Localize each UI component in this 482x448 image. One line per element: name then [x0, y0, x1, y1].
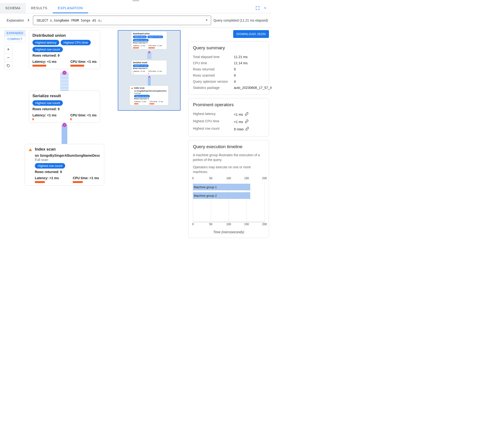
execution-timeline-panel: Query execution timeline A machine group…	[188, 140, 269, 238]
link-icon	[245, 112, 249, 117]
plan-node-index-scan[interactable]: Index scan on SongsBySingerAlbumSongName…	[25, 144, 104, 186]
tab-bar: SCHEMA RESULTS EXPLANATION	[0, 3, 271, 13]
prominent-row: Highest row count9 rows	[193, 125, 264, 133]
prominent-row: Highest latency<1 ms	[193, 111, 264, 118]
query-text: SELECT s.SongName FROM Songs AS s;	[37, 18, 102, 22]
timeline-bar[interactable]: Machine group 2	[193, 192, 250, 199]
tab-explanation[interactable]: EXPLANATION	[53, 3, 88, 13]
query-row: Explanation SELECT s.SongName FROM Songs…	[0, 13, 271, 28]
node-subtitle: on SongsBySingerAlbumSongNameDesc	[35, 154, 101, 157]
collapse-toggle-icon[interactable]	[62, 123, 67, 127]
chip-highest-latency: Highest latency	[32, 40, 59, 45]
node-title: Distributed union	[32, 33, 96, 38]
node-title: Serialize result	[32, 94, 96, 98]
zoom-out-button[interactable]	[5, 53, 12, 61]
node-note: Full scan	[35, 158, 101, 162]
summary-row: Statistics packageauto_20230608_17_57_46…	[193, 85, 264, 91]
summary-row: Rows scanned9	[193, 72, 264, 79]
chip-highest-rows: Highest row count	[32, 100, 63, 106]
panel-title: Query execution timeline	[193, 144, 264, 149]
chevron-right-icon	[26, 18, 31, 23]
prominent-row: Highest CPU time<1 ms	[193, 118, 264, 125]
query-summary-panel: Query summary Total elapsed time11.21 ms…	[188, 41, 269, 95]
query-select[interactable]: SELECT s.SongName FROM Songs AS s;	[33, 16, 211, 25]
dropdown-arrow-icon	[204, 18, 209, 23]
operator-link[interactable]: 9 rows	[234, 127, 264, 132]
warning-icon	[28, 147, 32, 152]
panel-drag-handle[interactable]	[0, 0, 271, 3]
download-json-button[interactable]: DOWNLOAD JSON	[233, 30, 269, 38]
summary-row: Total elapsed time11.21 ms	[193, 54, 264, 60]
rows-returned: Rows returned: 9	[32, 54, 96, 57]
cpu-label: CPU time: <1 ms	[73, 176, 101, 180]
plan-node-distributed-union[interactable]: Distributed union Highest latency Highes…	[29, 30, 100, 69]
summary-row: CPU time11.14 ms	[193, 60, 264, 66]
latency-label: Latency: <1 ms	[35, 176, 63, 180]
fullscreen-icon[interactable]	[254, 4, 261, 12]
operator-link[interactable]: <1 ms	[234, 112, 264, 117]
rows-returned: Rows returned: 9	[35, 170, 101, 174]
view-controls: EXPANDED COMPACT	[4, 30, 26, 70]
zoom-reset-button[interactable]	[5, 61, 12, 69]
cpu-label: CPU time: <1 ms	[70, 113, 99, 117]
query-plan-canvas[interactable]: Distributed union Highest latency Highes…	[29, 30, 185, 232]
view-compact-button[interactable]: COMPACT	[5, 36, 25, 42]
node-chips: Highest latency Highest CPU time Highest…	[32, 40, 96, 52]
cpu-label: CPU time: <1 ms	[70, 60, 99, 64]
view-expanded-button[interactable]: EXPANDED	[5, 30, 25, 36]
timeline-description: A machine group illustrates the executio…	[193, 153, 264, 162]
chip-highest-cpu: Highest CPU time	[61, 40, 91, 45]
panel-title: Prominent operators	[193, 102, 264, 107]
x-axis-label: Time (microseconds)	[193, 230, 264, 234]
timeline-bar[interactable]: Machine group 1	[193, 184, 250, 190]
rows-returned: Rows returned: 9	[32, 107, 96, 111]
tab-results[interactable]: RESULTS	[26, 3, 53, 13]
tab-schema[interactable]: SCHEMA	[0, 3, 26, 13]
query-status-text: Query completed (11.21 ms elapsed)	[213, 18, 269, 22]
node-title: Index scan	[28, 147, 101, 152]
minimap[interactable]: Distributed union Highest latency Highes…	[118, 30, 181, 111]
plan-node-serialize-result[interactable]: Serialize result Highest row count Rows …	[29, 91, 100, 123]
warning-icon	[131, 87, 133, 90]
summary-row: Rows returned9	[193, 66, 264, 72]
latency-label: Latency: <1 ms	[32, 60, 61, 64]
operator-link[interactable]: <1 ms	[234, 119, 264, 124]
prominent-operators-panel: Prominent operators Highest latency<1 ms…	[188, 98, 269, 137]
latency-label: Latency: <1 ms	[32, 113, 61, 117]
link-icon	[245, 127, 249, 132]
chip-highest-rows: Highest row count	[35, 163, 65, 168]
collapse-toggle-icon[interactable]	[62, 71, 67, 75]
zoom-in-button[interactable]	[5, 45, 12, 53]
link-icon	[245, 119, 249, 124]
summary-row: Query optimizer version4	[193, 79, 264, 85]
timeline-chart: 050100150200 Machine group 1Machine grou…	[193, 176, 264, 229]
breadcrumb: Explanation	[7, 18, 24, 22]
timeline-description: Operators may execute on one or more mac…	[193, 165, 264, 175]
panel-title: Query summary	[193, 45, 264, 50]
collapse-panel-icon[interactable]	[261, 4, 269, 12]
chip-highest-rows: Highest row count	[32, 47, 63, 52]
